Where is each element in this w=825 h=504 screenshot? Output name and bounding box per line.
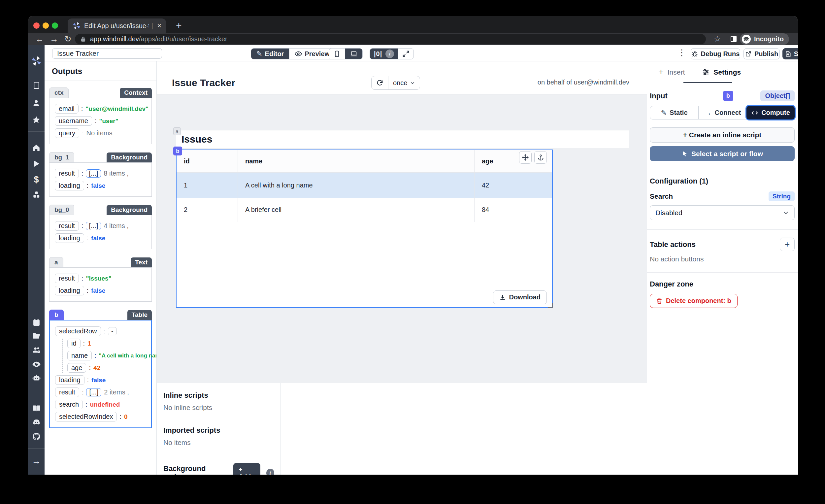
sidebar-item-workspace[interactable]	[30, 79, 43, 92]
output-key-bg0[interactable]: bg_0	[49, 205, 74, 215]
browser-tab[interactable]: Edit App u/user/issue-tracker | ×	[68, 18, 166, 33]
output-row[interactable]: username:"user"	[55, 116, 149, 126]
output-row[interactable]: selectedRow:-	[55, 327, 149, 336]
text-component-a[interactable]: Issues	[176, 130, 629, 148]
output-row[interactable]: id:1	[67, 339, 149, 348]
delete-component-button[interactable]: Delete component: b	[650, 294, 738, 308]
output-row[interactable]: loading:false	[55, 286, 149, 295]
output-row[interactable]: name:"A cell with a long name"	[67, 351, 149, 360]
output-row[interactable]: loading:false	[55, 233, 149, 243]
sidebar-item-home[interactable]	[30, 141, 43, 154]
sidebar-item-docs[interactable]	[30, 402, 43, 415]
bookmark-star-icon[interactable]: ☆	[714, 32, 721, 46]
connect-mode-button[interactable]: →Connect	[698, 106, 747, 119]
editor-preview-toggle: ✎Editor Preview	[251, 48, 335, 59]
output-key-ctx[interactable]: ctx	[49, 87, 69, 98]
refresh-mode-dropdown[interactable]: once	[388, 76, 420, 89]
sidebar-divider	[28, 131, 45, 132]
move-component-button[interactable]	[519, 151, 532, 164]
publish-button[interactable]: Publish	[744, 48, 780, 59]
add-table-action-button[interactable]: +	[780, 238, 795, 251]
component-b-tag[interactable]: b	[173, 147, 182, 155]
cursor-icon	[681, 150, 688, 157]
output-key-bg1[interactable]: bg_1	[49, 152, 74, 162]
back-icon[interactable]: ←	[35, 32, 44, 46]
sidebar-item-user[interactable]	[30, 96, 43, 110]
traffic-zoom-button[interactable]	[52, 22, 58, 29]
app-canvas[interactable]: a Issues b id name age 1 A cell with a l…	[157, 94, 647, 383]
traffic-close-button[interactable]	[33, 22, 40, 29]
mobile-view-button[interactable]	[329, 49, 345, 59]
refresh-button[interactable]	[372, 76, 388, 89]
sidebar-item-resources[interactable]	[30, 188, 43, 201]
output-row[interactable]: loading:false	[55, 181, 149, 191]
download-button[interactable]: Download	[493, 290, 547, 304]
close-tab-icon[interactable]: ×	[157, 21, 161, 30]
reload-icon[interactable]: ↻	[64, 32, 72, 46]
sidebar-item-schedules[interactable]	[30, 315, 43, 329]
desktop-view-button[interactable]	[345, 49, 362, 59]
hide-left-panel-button[interactable]: |0|i	[370, 49, 398, 59]
github-icon[interactable]	[30, 430, 43, 443]
output-type-badge: Background	[106, 205, 152, 215]
column-header[interactable]: name	[238, 150, 474, 172]
editor-tab[interactable]: ✎Editor	[251, 49, 289, 59]
expand-array-toggle[interactable]: [...]	[86, 169, 101, 177]
save-button[interactable]: Save	[782, 48, 798, 59]
tab-insert[interactable]: +Insert	[658, 67, 685, 77]
resize-handle[interactable]	[548, 303, 553, 308]
traffic-minimize-button[interactable]	[43, 22, 49, 29]
column-header[interactable]: id	[176, 150, 238, 172]
collapse-sidebar-icon[interactable]: →	[30, 454, 43, 468]
output-key-b[interactable]: b	[49, 309, 64, 320]
output-row[interactable]: result:[...]8 items ,	[55, 169, 149, 178]
sidebar-item-ai-assistant[interactable]	[30, 371, 43, 384]
table-row[interactable]: 2 A briefer cell 84	[176, 198, 552, 222]
collapse-toggle[interactable]: -	[108, 327, 117, 335]
preview-tab[interactable]: Preview	[289, 49, 335, 59]
static-mode-button[interactable]: ✎Static	[650, 106, 698, 119]
fullscreen-button[interactable]	[398, 49, 414, 59]
forward-icon[interactable]: →	[50, 32, 58, 46]
expand-array-toggle[interactable]: [...]	[86, 222, 101, 230]
table-row-selected[interactable]: 1 A cell with a long name 42	[176, 172, 552, 198]
output-row[interactable]: result:[...]2 items ,	[55, 387, 149, 397]
sidebar-item-favorites[interactable]	[30, 113, 43, 126]
output-row[interactable]: selectedRowIndex:0	[55, 412, 149, 422]
select-script-button[interactable]: Select a script or flow	[650, 146, 795, 161]
debug-runs-button[interactable]: Debug Runs	[691, 48, 740, 59]
output-row[interactable]: query:No items	[55, 128, 149, 138]
sidebar-item-variables[interactable]: $	[30, 173, 43, 186]
output-row[interactable]: email:"user@windmill.dev"	[55, 104, 149, 114]
output-row[interactable]: search:undefined	[55, 400, 149, 409]
input-section-title: Input	[650, 92, 668, 100]
sidebar-item-runs[interactable]	[30, 157, 43, 170]
output-row[interactable]: result:[...]4 items ,	[55, 221, 149, 231]
windmill-logo-icon[interactable]	[30, 55, 43, 68]
output-row[interactable]: result:"Issues"	[55, 274, 149, 283]
inline-scripts-empty: No inline scripts	[163, 404, 274, 412]
more-options-icon[interactable]: ⋮	[677, 48, 686, 58]
new-tab-button[interactable]: +	[176, 20, 182, 32]
output-row[interactable]: age:42	[67, 363, 149, 373]
add-background-script-button[interactable]: + Add	[233, 463, 260, 475]
discord-icon[interactable]	[30, 416, 43, 429]
app-name-input[interactable]: Issue Tracker	[52, 48, 162, 59]
create-inline-script-button[interactable]: + Create an inline script	[650, 127, 795, 143]
sidebar-item-groups[interactable]	[30, 343, 43, 356]
incognito-badge[interactable]: Incognito	[740, 33, 789, 45]
expand-array-toggle[interactable]: [...]	[86, 388, 101, 397]
component-a-tag[interactable]: a	[173, 127, 181, 135]
danger-zone-title: Danger zone	[650, 280, 795, 288]
output-key-a[interactable]: a	[49, 257, 63, 267]
sidebar-item-folders[interactable]	[30, 329, 43, 342]
output-row[interactable]: loading:false	[55, 375, 149, 385]
search-mode-select[interactable]: Disabled	[650, 205, 795, 220]
anchor-component-button[interactable]	[534, 151, 547, 164]
table-component-b[interactable]: id name age 1 A cell with a long name 42…	[176, 149, 553, 308]
compute-mode-button[interactable]: Compute	[746, 106, 795, 120]
side-panel-icon[interactable]	[730, 35, 738, 44]
sidebar-item-audit-logs[interactable]	[30, 357, 43, 371]
url-bar[interactable]: app.windmill.dev/apps/edit/u/user/issue-…	[75, 34, 706, 44]
tab-settings[interactable]: Settings	[702, 68, 741, 76]
